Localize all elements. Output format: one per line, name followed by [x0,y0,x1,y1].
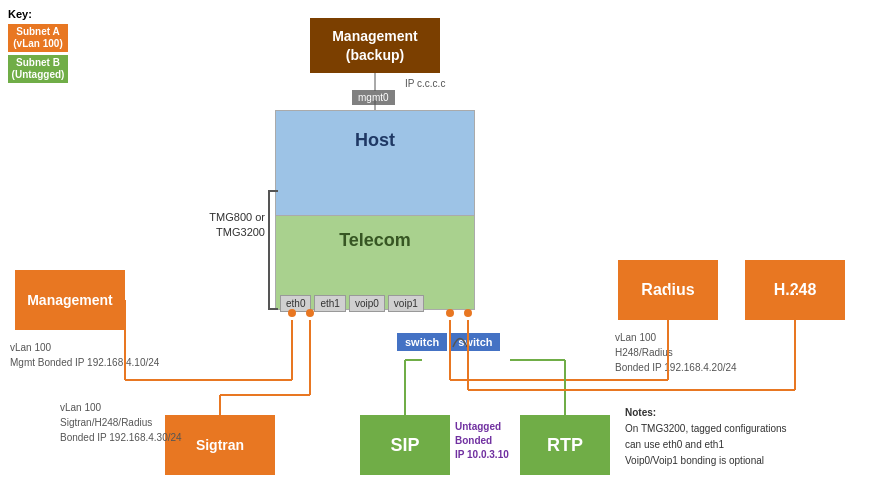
notes-line-2: can use eth0 and eth1 [625,437,787,453]
brace-line [268,190,270,310]
radius-box: Radius [618,260,718,320]
management-left-info: vLan 100Mgmt Bonded IP 192.168.4.10/24 [10,340,159,370]
sip-box: SIP [360,415,450,475]
key-item-subnet-b: Subnet B(Untagged) [8,55,68,83]
switch-row: switch switch [397,333,500,351]
switch-box-1[interactable]: switch [397,333,447,351]
radius-info: vLan 100H248/RadiusBonded IP 192.168.4.2… [615,330,737,375]
switch-box-2[interactable]: switch [450,333,500,351]
key-section: Key: Subnet A(vLan 100) Subnet B(Untagge… [8,8,68,86]
sigtran-info: vLan 100Sigtran/H248/RadiusBonded IP 192… [60,400,182,445]
brace-top [268,190,278,192]
interface-row: eth0 eth1 voip0 voip1 [280,295,424,312]
notes-section: Notes: On TMG3200, tagged configurations… [625,405,787,469]
subnet-b-box: Subnet B(Untagged) [8,55,68,83]
iface-voip1: voip1 [388,295,424,312]
mgmt0-box: mgmt0 [352,90,395,105]
untagged-bonded-label: UntaggedBondedIP 10.0.3.10 [455,420,509,462]
notes-line-3: Voip0/Voip1 bonding is optional [625,453,787,469]
host-label: Host [275,130,475,151]
notes-title: Notes: [625,405,787,421]
iface-eth1: eth1 [314,295,345,312]
notes-line-1: On TMG3200, tagged configurations [625,421,787,437]
ip-mgmt-label: IP c.c.c.c [405,78,445,89]
rtp-box: RTP [520,415,610,475]
iface-eth0: eth0 [280,295,311,312]
iface-voip0: voip0 [349,295,385,312]
h248-box: H.248 [745,260,845,320]
svg-point-9 [446,309,454,317]
mgmt-backup-box: Management(backup) [310,18,440,73]
telecom-label: Telecom [275,230,475,251]
key-item-subnet-a: Subnet A(vLan 100) [8,24,68,52]
brace-bottom [268,308,278,310]
svg-point-21 [464,309,472,317]
subnet-a-box: Subnet A(vLan 100) [8,24,68,52]
tmg-label: TMG800 orTMG3200 [175,210,265,241]
key-label: Key: [8,8,68,20]
management-left-box: Management [15,270,125,330]
